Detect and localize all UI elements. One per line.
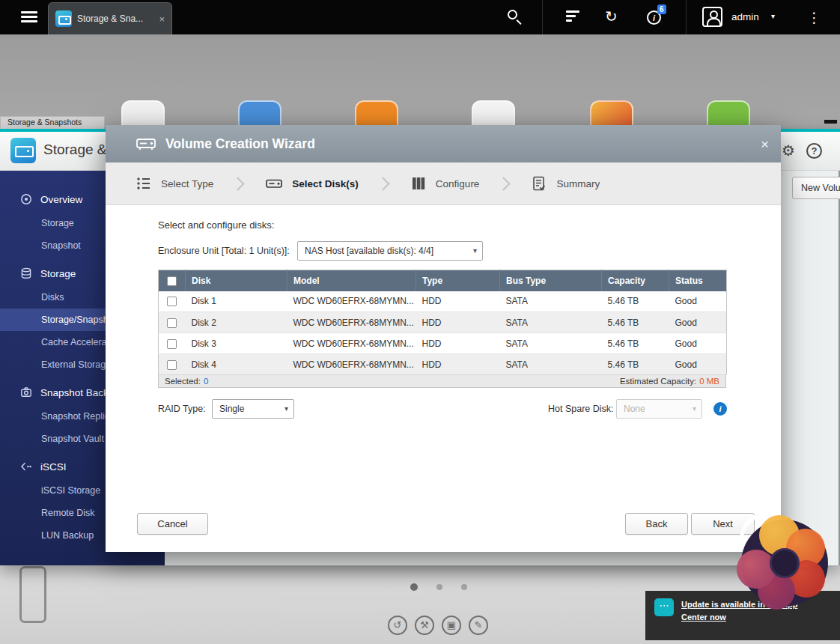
new-volume-button[interactable]: New Volume [792, 177, 840, 199]
column-header-type: Type [416, 270, 500, 291]
app-tab-label: Storage & Sna... [77, 13, 143, 24]
overview-icon [20, 193, 32, 205]
disk-icon [265, 175, 283, 192]
cancel-button[interactable]: Cancel [137, 513, 208, 535]
estimated-capacity: Estimated Capacity:0 MB [620, 377, 719, 386]
raid-type-label: RAID Type: [158, 404, 206, 414]
page-dot-2[interactable] [436, 584, 442, 590]
chevron-down-icon[interactable]: ▾ [771, 12, 775, 20]
wallpaper-shape [19, 566, 46, 623]
disk-table: Disk Model Type Bus Type Capacity Status… [158, 270, 727, 375]
disk-row-4[interactable]: Disk 4 WDC WD60EFRX-68MYMN... HDD SATA 5… [159, 354, 727, 375]
monitor-icon[interactable]: ▣ [442, 616, 461, 635]
tools-icon[interactable]: ⚒ [415, 616, 434, 635]
disk-row-3[interactable]: Disk 3 WDC WD60EFRX-68MYMN... HDD SATA 5… [159, 333, 727, 354]
column-header-capacity: Capacity [602, 270, 669, 291]
info-icon[interactable]: i [713, 402, 727, 416]
section-label: Select and configure disks: [158, 219, 274, 231]
hot-spare-select: None ▾ [616, 399, 702, 419]
user-avatar-icon[interactable] [702, 7, 722, 27]
main-menu-icon[interactable] [21, 11, 37, 13]
list-icon [136, 175, 152, 192]
enclosure-unit-select[interactable]: NAS Host [available disk(s): 4/4] ▾ [297, 241, 483, 261]
close-icon[interactable]: × [761, 137, 769, 151]
step-summary[interactable]: Summary [531, 175, 600, 192]
raid-type-select[interactable]: Single ▾ [212, 399, 294, 419]
document-icon [531, 175, 547, 192]
window-minimize-icon[interactable] [824, 120, 837, 124]
step-select-type[interactable]: Select Type [136, 175, 213, 192]
chevron-down-icon: ▾ [693, 400, 696, 418]
help-icon[interactable]: ? [806, 143, 822, 159]
disk-3-checkbox[interactable] [167, 339, 177, 349]
disk-2-checkbox[interactable] [167, 318, 177, 328]
background-tasks-icon[interactable] [566, 10, 579, 24]
storage-app-icon [10, 138, 36, 163]
top-bar: Storage & Sna... × ↻ i 6 admin ▾ ⋮ [0, 0, 840, 34]
settings-gear-icon[interactable]: ⚙ [782, 142, 795, 160]
chevron-down-icon: ▾ [473, 242, 477, 260]
columns-icon [410, 175, 427, 192]
column-header-model: Model [287, 270, 416, 291]
desktop: Storage & Sna... × ↻ i 6 admin ▾ ⋮ Stora… [0, 0, 840, 644]
table-footer: Selected:0 Estimated Capacity:0 MB [158, 374, 726, 388]
tab-close-icon[interactable]: × [159, 14, 165, 24]
page-dot-3[interactable] [461, 584, 467, 590]
step-select-disks[interactable]: Select Disk(s) [265, 175, 359, 192]
storage-icon [20, 267, 32, 279]
volume-creation-wizard-dialog: Volume Creation Wizard × Select Type Sel… [106, 125, 781, 552]
volume-drive-icon [136, 135, 156, 153]
chat-bubble-icon: ⋯ [654, 598, 674, 616]
dialog-title: Volume Creation Wizard [165, 136, 315, 152]
sidebar-section-label: iSCSI [40, 461, 67, 473]
chevron-right-icon [231, 177, 245, 190]
topbar-divider [542, 0, 543, 34]
disk-4-checkbox[interactable] [167, 360, 177, 370]
wizard-steps: Select Type Select Disk(s) Configure Sum… [106, 162, 781, 205]
sidebar-section-label: Overview [40, 194, 82, 205]
storage-app-icon [55, 10, 72, 27]
column-header-status: Status [669, 270, 727, 291]
sidebar-section-label: Storage [40, 268, 76, 279]
dialog-header: Volume Creation Wizard × [106, 125, 781, 162]
qnap-flower-logo [735, 514, 834, 613]
desktop-dock: ↺ ⚒ ▣ ✎ [388, 616, 488, 635]
page-dot-1[interactable] [410, 583, 418, 591]
desktop-page-dots [410, 583, 467, 591]
disk-row-1[interactable]: Disk 1 WDC WD60EFRX-68MYMN... HDD SATA 5… [159, 291, 727, 312]
chevron-right-icon [497, 177, 511, 190]
iscsi-icon [20, 461, 32, 473]
selected-count: Selected:0 [165, 377, 208, 386]
chevron-down-icon: ▾ [284, 400, 288, 418]
hot-spare-label: Hot Spare Disk: [548, 404, 614, 414]
enclosure-unit-label: Enclosure Unit [Total: 1 Unit(s)]: [158, 246, 290, 256]
chevron-right-icon [376, 177, 389, 190]
topbar-divider [686, 0, 687, 34]
user-menu[interactable]: admin [731, 11, 759, 22]
open-app-tab[interactable]: Storage & Sna... × [48, 2, 172, 34]
snapshot-backup-icon [20, 386, 32, 398]
search-icon[interactable] [508, 10, 517, 19]
disk-1-checkbox[interactable] [167, 297, 177, 306]
select-all-checkbox[interactable] [167, 276, 177, 286]
column-header-disk: Disk [186, 270, 287, 291]
more-options-icon[interactable]: ⋮ [807, 9, 821, 26]
recent-apps-icon[interactable]: ↺ [388, 616, 407, 635]
sync-icon[interactable]: ↻ [605, 7, 618, 25]
column-header-bus-type: Bus Type [500, 270, 602, 291]
notes-icon[interactable]: ✎ [469, 616, 488, 635]
step-configure[interactable]: Configure [410, 175, 480, 192]
notification-badge: 6 [657, 4, 666, 14]
disk-row-2[interactable]: Disk 2 WDC WD60EFRX-68MYMN... HDD SATA 5… [159, 312, 727, 333]
window-taskbar-tab[interactable]: Storage & Snapshots [0, 116, 105, 129]
back-button[interactable]: Back [625, 513, 688, 535]
table-header-row: Disk Model Type Bus Type Capacity Status [159, 270, 727, 291]
